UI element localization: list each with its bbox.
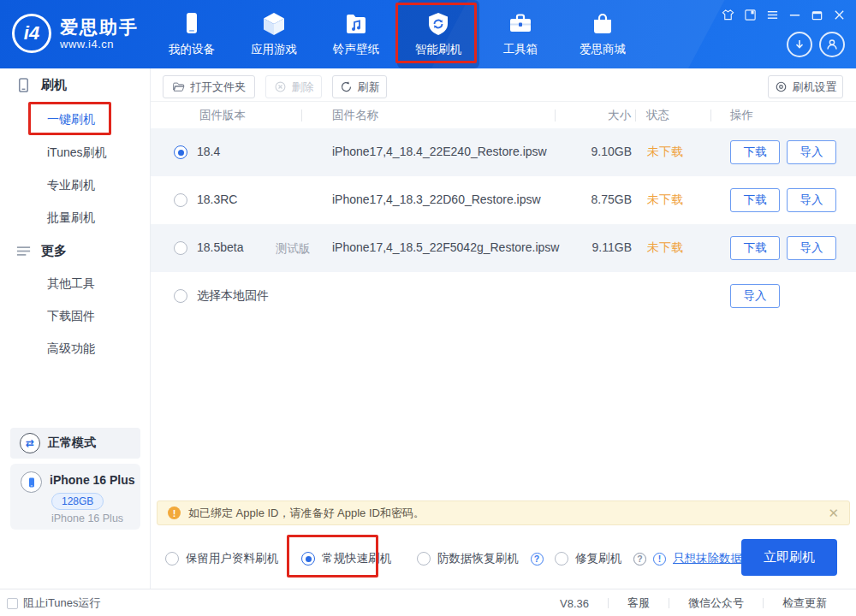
sidebar-section-more[interactable]: 更多: [15, 243, 67, 259]
local-firmware-row[interactable]: 选择本地固件 导入: [151, 272, 856, 320]
toolbox-icon: [508, 11, 533, 37]
beta-tag: 测试版: [276, 241, 311, 257]
app-title: 爱思助手: [60, 17, 139, 38]
minimize-icon[interactable]: [788, 9, 801, 21]
sidebar: 刷机 一键刷机 iTunes刷机 专业刷机 批量刷机 更多 其他工具 下载固件 …: [0, 68, 151, 589]
option-anti-data-recovery-flash[interactable]: 防数据恢复刷机: [417, 551, 544, 566]
main-nav: 我的设备 应用游戏 铃声壁纸 智能刷机 工具箱 爱思商城: [151, 0, 644, 68]
notice-close-icon[interactable]: [828, 506, 839, 519]
erase-data-link[interactable]: 只想抹除数据?: [673, 551, 749, 566]
sidebar-item-download-firmware[interactable]: 下载固件: [47, 307, 95, 324]
firmware-row[interactable]: 18.5beta 测试版 iPhone17,4_18.5_22F5042g_Re…: [151, 224, 856, 272]
download-button[interactable]: 下载: [730, 188, 780, 212]
music-folder-icon: [343, 11, 369, 37]
option-radio: [165, 552, 179, 566]
option-label: 修复刷机: [575, 551, 621, 566]
import-button[interactable]: 导入: [730, 284, 780, 308]
apple-id-notice: 如已绑定 Apple ID，请准备好 Apple ID和密码。: [157, 500, 850, 525]
row-radio[interactable]: [174, 289, 187, 303]
wechat-official-link[interactable]: 微信公众号: [669, 595, 763, 611]
nav-label: 爱思商城: [580, 42, 626, 57]
help-icon[interactable]: [633, 553, 646, 566]
nav-label: 我的设备: [169, 42, 215, 57]
device-card: iPhone 16 Plus 128GB iPhone 16 Plus: [10, 464, 140, 530]
firmware-row[interactable]: 18.3RC iPhone17,4_18.3_22D60_Restore.ips…: [151, 176, 856, 224]
notice-text: 如已绑定 Apple ID，请准备好 Apple ID和密码。: [188, 506, 425, 521]
firmware-status: 未下载: [647, 192, 683, 208]
checkbox-icon: [7, 598, 18, 609]
sidebar-section-flash[interactable]: 刷机: [15, 77, 67, 93]
option-normal-quick-flash[interactable]: 常规快速刷机: [301, 551, 391, 566]
close-icon[interactable]: [833, 9, 846, 21]
section-title: 刷机: [41, 77, 67, 93]
download-button[interactable]: 下载: [730, 140, 780, 164]
device-model: iPhone 16 Plus: [51, 512, 123, 524]
button-label: 删除: [292, 80, 314, 95]
sidebar-item-advanced-features[interactable]: 高级功能: [47, 340, 95, 357]
download-circle-icon[interactable]: [787, 32, 812, 57]
row-radio[interactable]: [174, 193, 187, 207]
device-mode-card[interactable]: 正常模式: [10, 428, 140, 459]
block-itunes-checkbox[interactable]: 阻止iTunes运行: [7, 589, 101, 616]
device-icon: [15, 77, 32, 93]
delete-button[interactable]: 删除: [265, 75, 322, 98]
app-url: www.i4.cn: [60, 38, 139, 50]
logo-badge: i4: [12, 14, 51, 53]
statusbar-links: V8.36 客服 微信公众号 检查更新: [541, 589, 846, 616]
option-label: 保留用户资料刷机: [186, 551, 278, 566]
nav-item-apps-games[interactable]: 应用游戏: [233, 0, 315, 68]
nav-item-my-device[interactable]: 我的设备: [151, 0, 233, 68]
delete-circle-icon: [274, 80, 287, 93]
phone-icon: [179, 11, 205, 37]
alert-icon[interactable]: [653, 553, 666, 566]
help-icon[interactable]: [531, 553, 544, 566]
folder-icon: [172, 80, 185, 93]
firmware-row[interactable]: 18.4 iPhone17,4_18.4_22E240_Restore.ipsw…: [151, 128, 856, 176]
account-circle-icon[interactable]: [819, 32, 845, 57]
button-label: 打开文件夹: [190, 80, 246, 95]
nav-item-smart-flash[interactable]: 智能刷机: [397, 0, 479, 68]
nav-item-ringtones-wallpapers[interactable]: 铃声壁纸: [315, 0, 397, 68]
firmware-name: iPhone17,4_18.5_22F5042g_Restore.ipsw: [332, 240, 559, 254]
row-radio[interactable]: [174, 145, 187, 159]
download-button[interactable]: 下载: [730, 236, 780, 260]
maximize-icon[interactable]: [811, 9, 823, 21]
check-update-link[interactable]: 检查更新: [764, 595, 846, 611]
option-radio: [555, 552, 568, 566]
import-button[interactable]: 导入: [787, 188, 836, 212]
import-button[interactable]: 导入: [787, 236, 836, 260]
column-divider: [555, 110, 556, 121]
option-keep-user-data[interactable]: 保留用户资料刷机: [165, 551, 278, 566]
column-header-size: 大小: [561, 108, 631, 123]
option-repair-flash[interactable]: 修复刷机 只想抹除数据?: [555, 551, 749, 566]
sidebar-item-pro-flash[interactable]: 专业刷机: [47, 176, 95, 193]
row-radio[interactable]: [174, 241, 187, 255]
sidebar-item-one-click-flash[interactable]: 一键刷机: [47, 110, 95, 127]
section-title: 更多: [41, 243, 67, 259]
nav-item-toolbox[interactable]: 工具箱: [479, 0, 562, 68]
refresh-button[interactable]: 刷新: [332, 75, 387, 98]
sidebar-item-other-tools[interactable]: 其他工具: [47, 275, 95, 292]
open-folder-button[interactable]: 打开文件夹: [163, 75, 255, 98]
sidebar-item-batch-flash[interactable]: 批量刷机: [47, 209, 95, 226]
nav-label: 智能刷机: [415, 42, 461, 57]
option-label: 常规快速刷机: [322, 551, 391, 566]
firmware-name: iPhone17,4_18.3_22D60_Restore.ipsw: [332, 192, 541, 206]
sidebar-item-itunes-flash[interactable]: iTunes刷机: [47, 144, 107, 161]
theme-icon[interactable]: [722, 9, 734, 21]
warning-icon: [168, 506, 181, 519]
button-label: 刷新: [358, 80, 380, 95]
app-window: i4 爱思助手 www.i4.cn 我的设备 应用游戏 铃声壁纸 智能刷机: [0, 0, 856, 616]
button-label: 刷机设置: [793, 80, 837, 95]
option-radio: [417, 552, 431, 566]
menu-icon[interactable]: [766, 9, 779, 21]
flash-now-button[interactable]: 立即刷机: [741, 539, 837, 576]
firmware-size: 9.11GB: [544, 240, 632, 254]
mode-arrows-icon: [20, 433, 40, 453]
save-icon[interactable]: [744, 9, 757, 21]
import-button[interactable]: 导入: [787, 140, 836, 164]
flash-settings-button[interactable]: 刷机设置: [768, 75, 843, 98]
nav-item-store[interactable]: 爱思商城: [562, 0, 644, 68]
customer-service-link[interactable]: 客服: [609, 595, 669, 611]
menu-lines-icon: [15, 243, 32, 259]
